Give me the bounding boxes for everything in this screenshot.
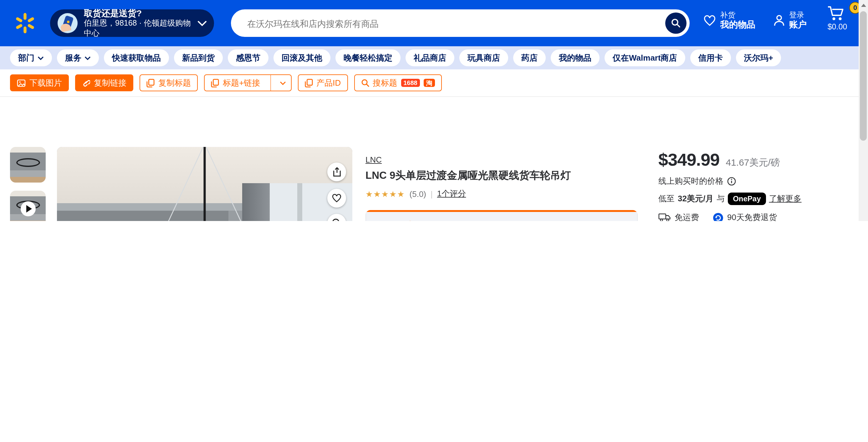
search-title-button[interactable]: 搜标题 1688 淘 [354,74,442,91]
rating-value: (5.0) [410,189,426,199]
nav-credit-card[interactable]: 信用卡 [690,49,731,66]
chevron-down-icon [198,20,207,26]
nav-departments[interactable]: 部门 [10,49,52,66]
divider [270,75,271,91]
heart-icon [332,194,342,203]
download-image-button[interactable]: 下载图片 [10,74,69,91]
copy-title-link-button[interactable]: 标题+链接 [205,75,266,91]
copy-icon [211,78,219,87]
image-icon [17,79,26,87]
edit-pencil-icon[interactable] [596,220,607,221]
pickup-location: 伯里恩，98168 · 伦顿超级购物中心 [84,19,198,38]
gallery-thumbnail-1[interactable] [10,147,46,182]
online-price-note: 线上购买时的价格 [658,176,723,187]
pickup-delivery-selector[interactable]: 取货还是送货? 伯里恩，98168 · 伦顿超级购物中心 [50,9,214,37]
favorite-button[interactable] [327,189,346,208]
free-returns-icon [713,212,723,221]
search-button[interactable] [665,12,686,34]
nav-pharmacy[interactable]: 药店 [513,49,546,66]
badge-taobao[interactable]: 淘 [424,79,435,87]
search-input[interactable] [246,9,637,38]
buy-box: $349.99 41.67美元/磅 线上购买时的价格 低至32美元/月与 One… [658,150,853,221]
truck-icon [658,213,671,221]
search-icon [671,18,681,28]
star-rating-icons: ★★★★★ [366,189,405,199]
nav-thanksgiving[interactable]: 感恩节 [228,49,269,66]
copy-title-link-splitbutton: 标题+链接 [204,74,291,91]
nav-dinner-solutions[interactable]: 晚餐轻松搞定 [335,49,401,66]
product-main-image[interactable] [57,147,352,221]
user-icon [774,14,785,26]
title-link-dropdown-caret[interactable] [274,75,291,91]
reorder-label: 补货 [720,11,755,20]
nav-services[interactable]: 服务 [57,49,99,66]
share-icon [332,167,341,177]
installment-prefix: 低至 [658,193,675,204]
share-button[interactable] [327,163,346,181]
installment-amount: 32美元/月 [678,193,713,204]
installment-conj: 与 [717,193,725,204]
free-shipping-label: 免运费 [675,212,699,221]
info-icon[interactable] [727,177,736,186]
nav-walmart-plus[interactable]: 沃尔玛+ [736,49,781,66]
product-id-button[interactable]: 产品ID [298,74,348,91]
learn-more-link[interactable]: 了解更多 [769,193,802,204]
heart-icon [704,15,716,26]
copy-icon [305,78,313,87]
cart-icon [827,5,845,21]
nav-my-items[interactable]: 我的物品 [551,49,599,66]
product-info-column: LNC LNC 9头单层过渡金属哑光黑硬线货车轮吊灯 ★★★★★ (5.0) |… [366,154,638,221]
badge-1688[interactable]: 1688 [401,79,420,87]
page-scrollbar [859,0,868,221]
divider: | [431,189,433,199]
account-label: 账户 [789,20,807,30]
unit-price: 41.67美元/磅 [725,157,780,169]
walmart-spark-logo[interactable] [14,12,36,34]
search-icon [361,79,369,87]
walmart-product-page: 取货还是送货? 伯里恩，98168 · 伦顿超级购物中心 补货 我 [0,0,868,221]
nav-gift-shop[interactable]: 礼品商店 [405,49,454,66]
video-play-icon [20,201,35,216]
chevron-down-icon [37,56,44,60]
reorder-my-items[interactable]: 补货 我的物品 [704,11,755,30]
top-header: 取货还是送货? 伯里恩，98168 · 伦顿超级购物中心 补货 我 [0,0,868,46]
chevron-down-icon [279,81,286,85]
cart-amount: $0.00 [817,23,857,31]
product-price: $349.99 [658,150,719,170]
copy-icon [147,78,155,87]
nav-toy-shop[interactable]: 玩具商店 [459,49,508,66]
sign-in-account[interactable]: 登录 账户 [774,11,807,30]
my-items-label: 我的物品 [720,20,755,30]
zoom-in-icon [332,218,342,221]
price-history-title: 价格历史 [377,220,415,221]
phone-hand-icon [58,13,78,33]
link-icon [82,79,90,87]
nav-new-arrivals[interactable]: 新品到货 [174,49,223,66]
brand-link[interactable]: LNC [366,155,382,164]
review-count-link[interactable]: 1个评分 [437,188,466,199]
aliprice-extension-toolbar: 下载图片 复制链接 复制标题 标题+链接 [0,69,868,97]
nav-rollbacks[interactable]: 回滚及其他 [274,49,331,66]
cart-button[interactable]: 0 $0.00 [817,5,857,31]
nav-get-it-fast[interactable]: 快速获取物品 [104,49,169,66]
nav-only-at-walmart[interactable]: 仅在Walmart商店 [604,49,685,66]
scroll-up-arrow[interactable] [861,4,866,7]
gallery-thumbnail-video[interactable] [10,191,46,221]
onepay-badge: OnePay [728,193,766,205]
category-navbar: 部门 服务 快速获取物品 新品到货 感恩节 回滚及其他 晚餐轻松搞定 礼品商店 … [0,46,868,69]
price-history-panel: 价格历史 3个月 US$349.99 [366,210,638,221]
chandelier-graphic [57,147,352,221]
sign-in-label: 登录 [789,11,807,20]
product-title: LNC 9头单层过渡金属哑光黑硬线货车轮吊灯 [366,169,638,182]
pickup-title: 取货还是送货? [84,8,198,19]
scrollbar-thumb[interactable] [860,11,867,141]
search-bar [231,9,690,37]
copy-link-button[interactable]: 复制链接 [75,74,133,91]
copy-title-button[interactable]: 复制标题 [140,74,198,91]
chevron-down-icon [85,56,91,60]
free-returns-label: 90天免费退货 [727,212,777,221]
